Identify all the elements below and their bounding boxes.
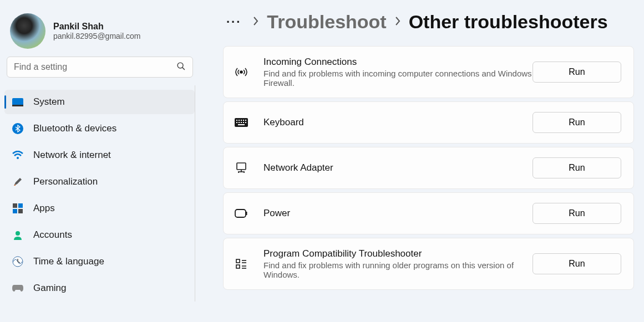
gaming-icon: [12, 283, 23, 294]
keyboard-icon: [235, 116, 248, 129]
svg-rect-22: [243, 122, 244, 123]
user-email: pankil.82995@gmail.com: [53, 32, 140, 40]
svg-rect-8: [13, 209, 17, 213]
troubleshooter-title: Incoming Connections: [263, 57, 533, 68]
chevron-right-icon: [394, 16, 401, 28]
troubleshooter-card-incoming-connections: Incoming Connections Find and fix proble…: [223, 46, 634, 98]
svg-rect-20: [239, 122, 240, 123]
troubleshooter-card-keyboard: Keyboard Run: [223, 101, 634, 144]
nav: System Bluetooth & devices Network & int…: [4, 85, 195, 301]
svg-rect-9: [18, 209, 23, 213]
troubleshooter-list: Incoming Connections Find and fix proble…: [223, 46, 634, 290]
page-title: Other troubleshooters: [409, 11, 608, 33]
svg-rect-25: [237, 163, 246, 170]
bluetooth-icon: [12, 123, 23, 134]
run-button[interactable]: Run: [533, 203, 621, 224]
troubleshooter-card-program-compatibility: Program Compatibility Troubleshooter Fin…: [223, 238, 634, 290]
run-button[interactable]: Run: [533, 112, 621, 133]
svg-point-10: [16, 231, 20, 236]
sidebar-item-network[interactable]: Network & internet: [4, 143, 195, 167]
sidebar-item-label: Apps: [33, 203, 55, 214]
svg-point-5: [17, 157, 19, 159]
sidebar-item-apps[interactable]: Apps: [4, 196, 195, 221]
sidebar-item-label: Bluetooth & devices: [33, 123, 116, 134]
svg-rect-14: [236, 120, 237, 121]
svg-rect-15: [239, 120, 240, 121]
user-block[interactable]: Pankil Shah pankil.82995@gmail.com: [4, 10, 195, 57]
svg-rect-24: [238, 124, 245, 125]
chevron-right-icon: [252, 16, 259, 28]
svg-rect-30: [235, 209, 246, 217]
breadcrumb-link-troubleshoot[interactable]: Troubleshoot: [267, 11, 386, 33]
wifi-icon: [12, 150, 23, 161]
account-icon: [12, 229, 23, 241]
sidebar-item-time[interactable]: Time & language: [4, 249, 195, 274]
troubleshooter-desc: Find and fix problems with running older…: [263, 260, 533, 279]
search-input[interactable]: [14, 62, 176, 72]
sidebar-item-label: Network & internet: [33, 150, 111, 161]
svg-rect-21: [241, 122, 242, 123]
svg-point-0: [178, 63, 183, 68]
run-button[interactable]: Run: [533, 157, 621, 178]
search-box[interactable]: [7, 57, 193, 78]
sidebar-item-bluetooth[interactable]: Bluetooth & devices: [4, 116, 195, 141]
troubleshooter-title: Keyboard: [263, 117, 533, 128]
apps-icon: [12, 203, 23, 214]
breadcrumb: ··· Troubleshoot Other troubleshooters: [223, 11, 634, 33]
sidebar-item-label: Time & language: [33, 256, 104, 267]
svg-rect-7: [18, 203, 23, 208]
svg-rect-18: [245, 120, 246, 121]
sidebar: Pankil Shah pankil.82995@gmail.com Syste…: [0, 0, 200, 322]
troubleshooter-card-power: Power Run: [223, 192, 634, 234]
troubleshooter-title: Network Adapter: [263, 162, 533, 173]
svg-rect-33: [236, 265, 240, 268]
svg-rect-19: [236, 122, 237, 123]
svg-line-1: [182, 67, 185, 69]
user-name: Pankil Shah: [53, 22, 140, 32]
network-adapter-icon: [235, 161, 248, 175]
troubleshooter-desc: Find and fix problems with incoming comp…: [263, 69, 533, 88]
sidebar-item-gaming[interactable]: Gaming: [4, 276, 195, 300]
main: ··· Troubleshoot Other troubleshooters I…: [200, 0, 644, 322]
troubleshooter-title: Power: [263, 208, 533, 219]
sidebar-item-label: System: [33, 96, 65, 108]
svg-rect-3: [12, 105, 23, 106]
sidebar-item-system[interactable]: System: [4, 90, 195, 114]
sidebar-item-label: Personalization: [33, 176, 98, 187]
run-button[interactable]: Run: [533, 253, 621, 274]
svg-rect-16: [241, 120, 242, 121]
system-icon: [12, 96, 23, 108]
power-icon: [235, 207, 248, 220]
svg-rect-6: [13, 203, 17, 208]
svg-rect-32: [236, 259, 240, 263]
troubleshooter-title: Program Compatibility Troubleshooter: [263, 248, 533, 259]
svg-rect-17: [243, 120, 244, 121]
svg-rect-23: [245, 122, 246, 123]
sidebar-item-personalization[interactable]: Personalization: [4, 170, 195, 194]
time-icon: [12, 256, 23, 267]
run-button[interactable]: Run: [533, 62, 621, 83]
search-icon: [176, 62, 186, 73]
svg-point-12: [240, 71, 242, 73]
breadcrumb-overflow-icon[interactable]: ···: [223, 15, 245, 29]
compat-icon: [235, 257, 248, 270]
troubleshooter-card-network-adapter: Network Adapter Run: [223, 147, 634, 189]
sidebar-item-label: Gaming: [33, 283, 67, 294]
broadcast-icon: [235, 65, 248, 79]
sidebar-item-label: Accounts: [33, 229, 72, 241]
sidebar-item-accounts[interactable]: Accounts: [4, 223, 195, 247]
avatar: [10, 13, 45, 49]
brush-icon: [12, 176, 23, 187]
